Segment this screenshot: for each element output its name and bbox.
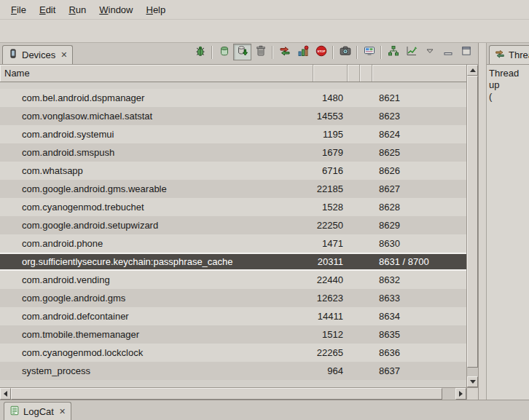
start-method-profiling-icon — [297, 45, 309, 59]
process-pid: 20311 — [313, 256, 348, 267]
cause-gc-icon — [255, 45, 267, 59]
scroll-up-button[interactable] — [467, 65, 478, 76]
column-header-pid[interactable] — [313, 65, 348, 82]
table-row[interactable]: com.cyanogenmod.lockclock 22265 8636 — [0, 344, 466, 362]
cause-gc-button[interactable] — [251, 44, 270, 60]
process-port: 8627 — [372, 183, 466, 194]
update-heap-button[interactable] — [215, 44, 233, 60]
horizontal-scrollbar[interactable] — [0, 387, 466, 400]
screen-record-button[interactable] — [360, 44, 378, 60]
tab-devices[interactable]: Devices ✕ — [2, 45, 73, 64]
menu-window[interactable]: Window — [93, 1, 139, 18]
view-hierarchy-icon — [388, 45, 399, 59]
column-header-port[interactable] — [372, 65, 466, 82]
main-area: Devices ✕ — [0, 43, 529, 400]
process-name: com.android.vending — [0, 274, 313, 285]
start-method-profiling-button[interactable] — [294, 44, 312, 60]
process-name: com.cyanogenmod.trebuchet — [0, 202, 313, 213]
threads-tabbar: Threa — [487, 43, 529, 65]
scroll-right-button[interactable] — [455, 388, 466, 400]
table-row[interactable]: com.tmobile.thememanager 1512 8635 — [0, 325, 466, 344]
dump-hprof-button[interactable] — [233, 44, 251, 60]
table-row[interactable]: com.android.phone 1471 8630 — [0, 234, 466, 253]
systrace-button[interactable] — [402, 44, 420, 60]
table-row[interactable]: com.google.android.gms 12623 8633 — [0, 289, 466, 307]
scroll-down-button[interactable] — [467, 376, 478, 387]
toolbar-separator — [356, 46, 358, 59]
column-header-1[interactable] — [348, 65, 360, 82]
maximize-button[interactable] — [457, 44, 475, 60]
process-name: com.tmobile.thememanager — [0, 329, 313, 340]
process-port: 8635 — [372, 329, 466, 340]
process-pid: 22440 — [313, 274, 348, 285]
logcat-panel: LogCat ✕ — [0, 400, 529, 420]
process-name: com.google.android.gms.wearable — [0, 183, 313, 194]
table-row[interactable]: com.android.systemui 1195 8624 — [0, 125, 466, 143]
arrow-down-icon — [470, 380, 476, 384]
process-name: com.android.systemui — [0, 129, 313, 140]
logcat-icon — [9, 405, 20, 418]
panel-splitter[interactable] — [479, 43, 486, 400]
scroll-left-button[interactable] — [0, 388, 11, 400]
process-name: com.whatsapp — [0, 165, 313, 176]
tab-logcat-label: LogCat — [23, 406, 54, 417]
menu-bar: File Edit Run Window Help — [0, 0, 529, 20]
threads-panel: Threa Thread up ( — [486, 43, 529, 400]
close-icon[interactable]: ✕ — [58, 407, 66, 416]
debug-button[interactable] — [191, 44, 209, 60]
column-header-name[interactable]: Name — [0, 65, 313, 82]
process-port: 8624 — [372, 129, 466, 140]
devices-toolbar: STOP — [191, 43, 478, 64]
table-row[interactable]: com.bel.android.dspmanager 1480 8621 — [0, 89, 466, 107]
process-port: 8630 — [372, 238, 466, 249]
horizontal-scroll-track[interactable] — [11, 388, 455, 400]
menu-run[interactable]: Run — [62, 1, 93, 18]
screen-capture-button[interactable] — [336, 44, 354, 60]
table-row[interactable]: com.google.android.gms.wearable 22185 86… — [0, 180, 466, 198]
process-pid: 964 — [313, 365, 348, 376]
arrow-up-icon — [470, 68, 476, 72]
close-icon[interactable]: ✕ — [59, 50, 67, 60]
menu-file[interactable]: File — [4, 1, 33, 18]
table-row[interactable]: com.android.smspush 1679 8625 — [0, 143, 466, 162]
tab-devices-label: Devices — [22, 49, 55, 60]
threads-message: Thread up ( — [487, 65, 529, 400]
toolbar-separator — [272, 46, 273, 59]
vertical-scroll-thumb[interactable] — [467, 76, 478, 368]
process-name: com.vonglasow.michael.satstat — [0, 111, 313, 122]
process-name: com.google.android.gms — [0, 293, 313, 304]
table-row[interactable]: com.android.vending 22440 8632 — [0, 271, 466, 289]
threads-icon — [495, 49, 505, 61]
devices-tabbar: Devices ✕ — [0, 43, 478, 65]
table-row[interactable]: com.cyanogenmod.trebuchet 1528 8628 — [0, 198, 466, 216]
dump-hprof-icon — [237, 45, 248, 59]
process-port: 8633 — [372, 293, 466, 304]
update-threads-button[interactable] — [275, 44, 294, 60]
tab-threads[interactable]: Threa — [489, 45, 529, 64]
horizontal-scroll-thumb[interactable] — [11, 388, 442, 400]
view-hierarchy-button[interactable] — [384, 44, 402, 60]
process-name: com.cyanogenmod.lockclock — [0, 347, 313, 358]
table-header: Name — [0, 65, 466, 82]
table-row[interactable]: com.android.defcontainer 14411 8634 — [0, 307, 466, 325]
ddms-window: File Edit Run Window Help Devices ✕ — [0, 0, 529, 420]
vertical-scrollbar[interactable] — [466, 65, 478, 387]
table-row[interactable]: system_process 964 8637 — [0, 362, 466, 380]
table-row[interactable]: com.whatsapp 6716 8626 — [0, 162, 466, 180]
process-pid: 6716 — [313, 165, 348, 176]
menu-edit[interactable]: Edit — [33, 1, 62, 18]
table-row[interactable]: org.sufficientlysecure.keychain:passphra… — [0, 253, 466, 271]
tab-logcat[interactable]: LogCat ✕ — [4, 402, 71, 420]
menu-help[interactable]: Help — [139, 1, 172, 18]
stop-process-button[interactable]: STOP — [312, 44, 330, 60]
view-menu-button[interactable] — [420, 44, 439, 60]
column-header-2[interactable] — [360, 65, 372, 82]
table-row[interactable]: com.vonglasow.michael.satstat 14553 8623 — [0, 107, 466, 125]
arrow-right-icon — [459, 391, 463, 397]
table-row[interactable]: com.google.android.setupwizard 22250 862… — [0, 216, 466, 234]
process-port: 8621 — [372, 92, 466, 103]
process-port: 8625 — [372, 147, 466, 158]
minimize-button[interactable] — [439, 44, 457, 60]
scrollbar-corner — [466, 387, 478, 400]
vertical-scroll-track[interactable] — [467, 76, 478, 376]
